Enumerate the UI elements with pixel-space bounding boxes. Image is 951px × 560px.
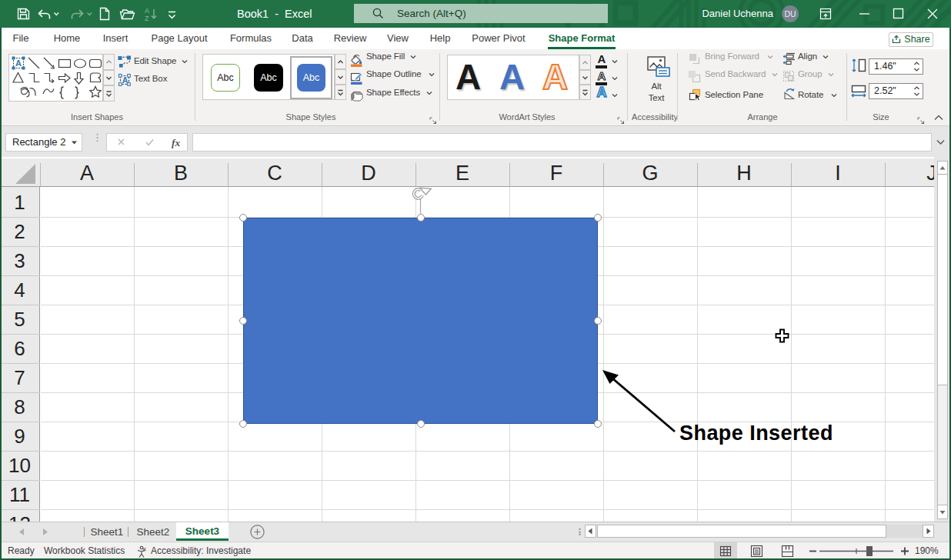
svg-text:A: A: [15, 58, 22, 68]
svg-text:Z: Z: [145, 15, 149, 22]
svg-text:A: A: [145, 7, 149, 15]
svg-text:fx: fx: [172, 137, 180, 148]
